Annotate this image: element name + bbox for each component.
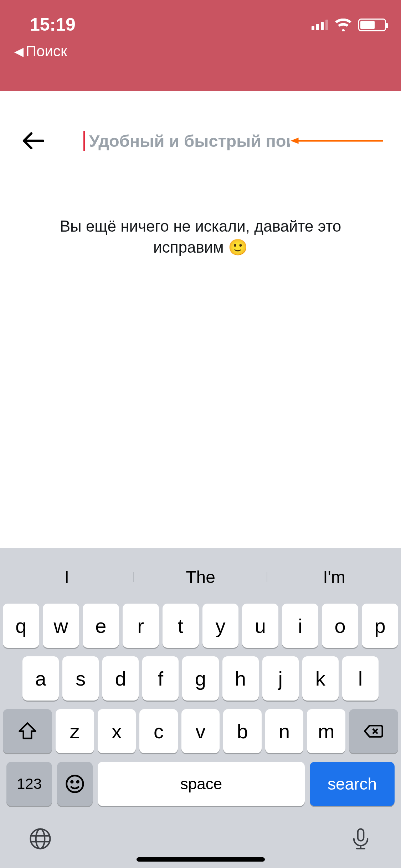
key-q[interactable]: q [3, 604, 39, 648]
home-indicator[interactable] [137, 857, 265, 862]
app-sheet: Вы ещё ничего не искали, давайте это исп… [0, 91, 401, 868]
key-i[interactable]: i [282, 604, 318, 648]
svg-rect-7 [358, 829, 364, 841]
key-space[interactable]: space [98, 762, 305, 806]
mic-icon[interactable] [349, 827, 372, 852]
status-back-to-app-label: Поиск [26, 43, 67, 60]
key-t[interactable]: t [163, 604, 199, 648]
keyboard-suggestions: I The I'm [0, 554, 401, 600]
status-time: 15:19 [30, 14, 76, 35]
wifi-icon [335, 19, 352, 31]
status-bar: 15:19 ◀ Поиск [0, 0, 401, 91]
svg-marker-1 [291, 138, 299, 144]
key-v[interactable]: v [181, 709, 220, 753]
keyboard: I The I'm q w e r t y u i o p a s d f [0, 548, 401, 868]
key-shift[interactable] [3, 709, 52, 753]
suggestion[interactable]: The [134, 567, 267, 587]
key-g[interactable]: g [182, 656, 219, 701]
key-s[interactable]: s [62, 656, 99, 701]
svg-point-4 [77, 781, 79, 783]
search-input[interactable] [83, 131, 290, 151]
key-j[interactable]: j [262, 656, 299, 701]
globe-icon[interactable] [29, 827, 52, 852]
key-n[interactable]: n [265, 709, 304, 753]
key-search[interactable]: search [310, 762, 395, 806]
key-m[interactable]: m [307, 709, 345, 753]
svg-point-5 [31, 829, 50, 849]
key-emoji[interactable] [57, 762, 93, 806]
key-numeric[interactable]: 123 [6, 762, 52, 806]
suggestion[interactable]: I'm [267, 567, 401, 587]
key-l[interactable]: l [342, 656, 379, 701]
status-back-to-app[interactable]: ◀ Поиск [14, 43, 67, 60]
status-right-icons [312, 19, 386, 31]
key-c[interactable]: c [139, 709, 178, 753]
search-header [0, 91, 401, 169]
svg-point-2 [67, 776, 83, 792]
key-y[interactable]: y [202, 604, 239, 648]
back-button[interactable] [22, 130, 44, 152]
key-o[interactable]: o [322, 604, 358, 648]
key-r[interactable]: r [123, 604, 159, 648]
key-x[interactable]: x [98, 709, 136, 753]
svg-point-3 [71, 781, 73, 783]
svg-point-6 [36, 829, 45, 849]
key-z[interactable]: z [56, 709, 94, 753]
key-k[interactable]: k [302, 656, 339, 701]
key-w[interactable]: w [43, 604, 79, 648]
key-d[interactable]: d [102, 656, 139, 701]
key-f[interactable]: f [142, 656, 179, 701]
chevron-left-icon: ◀ [14, 44, 24, 58]
cellular-icon [312, 20, 328, 30]
key-backspace[interactable] [349, 709, 398, 753]
empty-state-message: Вы ещё ничего не искали, давайте это исп… [0, 216, 401, 258]
key-a[interactable]: a [22, 656, 59, 701]
key-u[interactable]: u [242, 604, 278, 648]
key-e[interactable]: e [83, 604, 119, 648]
suggestion[interactable]: I [0, 567, 134, 587]
annotation-arrow-icon [290, 136, 383, 145]
key-h[interactable]: h [222, 656, 259, 701]
key-b[interactable]: b [223, 709, 262, 753]
battery-icon [358, 19, 386, 31]
key-p[interactable]: p [362, 604, 398, 648]
